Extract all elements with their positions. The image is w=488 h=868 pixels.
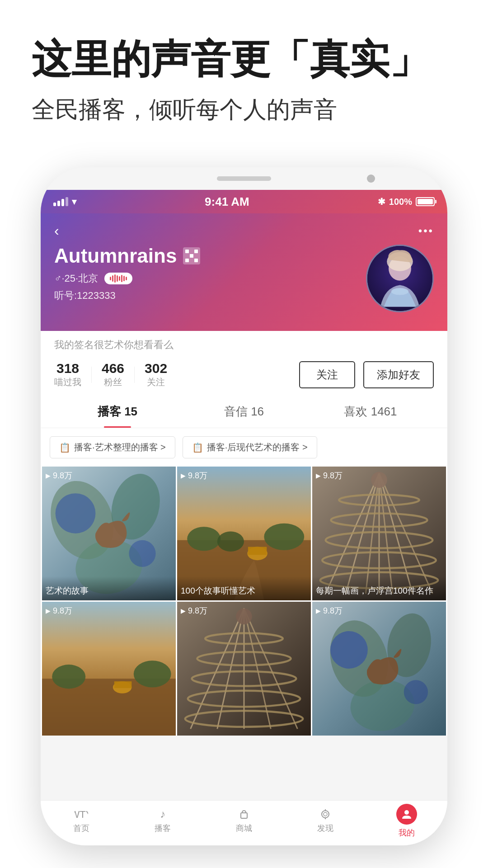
grid-title-1: 艺术的故事 xyxy=(42,576,176,600)
nav-shop[interactable]: 商城 xyxy=(203,808,285,834)
stat-fans: 466 粉丝 xyxy=(102,361,134,388)
grid-item-1[interactable]: ▶ 9.8万 艺术的故事 xyxy=(42,467,176,600)
battery-percentage: 100% xyxy=(389,197,412,207)
svg-rect-36 xyxy=(114,681,131,688)
status-bar: ▾ 9:41 AM ✱ 100% xyxy=(41,190,447,213)
stat-divider-1 xyxy=(91,367,92,383)
home-icon: WTY xyxy=(75,808,88,820)
fans-count: 466 xyxy=(102,361,124,376)
svg-point-14 xyxy=(264,524,304,550)
nav-home-label: 首页 xyxy=(73,823,89,834)
profile-info: Autumnrains xyxy=(54,245,434,312)
grid-title-3: 每期一幅画，卢浮宫100件名作 xyxy=(312,576,446,600)
grid-item-5[interactable]: ▶ 9.8万 xyxy=(177,602,311,736)
play-count-2: ▶ 9.8万 xyxy=(181,470,207,481)
profile-meta: ♂·25·北京 xyxy=(54,272,366,285)
pill-icon-1: 📋 xyxy=(59,442,70,453)
bluetooth-icon: ✱ xyxy=(378,196,385,207)
svg-point-3 xyxy=(391,288,408,295)
svg-text:WTY: WTY xyxy=(75,808,88,820)
qr-code-icon[interactable] xyxy=(183,247,200,264)
svg-point-9 xyxy=(129,540,155,567)
pill-icon-2: 📋 xyxy=(192,442,203,453)
svg-point-62 xyxy=(404,810,409,815)
shop-icon xyxy=(237,808,251,820)
phone-speaker xyxy=(217,176,271,181)
stat-divider-2 xyxy=(134,367,135,383)
status-left: ▾ xyxy=(53,196,76,207)
profile-avatar xyxy=(366,245,434,312)
nav-home[interactable]: WTY 首页 xyxy=(41,808,122,834)
grid-title-2: 100个故事听懂艺术 xyxy=(177,576,311,600)
liked-me-label: 喵过我 xyxy=(54,376,81,388)
svg-point-13 xyxy=(217,532,244,552)
category-row: 📋 播客·艺术整理的播客 > 📋 播客·后现代艺术的播客 > xyxy=(41,428,447,467)
nav-discover-label: 发现 xyxy=(317,823,333,834)
tab-liked[interactable]: 喜欢 1461 xyxy=(307,396,434,428)
battery-icon xyxy=(416,197,435,206)
phone-mockup: ▾ 9:41 AM ✱ 100% ‹ xyxy=(41,167,447,845)
subheadline: 全民播客，倾听每个人的声音 xyxy=(32,94,456,125)
play-count-6: ▶ 9.8万 xyxy=(316,605,343,616)
svg-point-54 xyxy=(404,680,428,704)
tab-podcast[interactable]: 播客 15 xyxy=(54,396,181,428)
svg-point-59 xyxy=(324,812,327,816)
following-label: 关注 xyxy=(145,376,167,388)
pill-label-1: 播客·艺术整理的播客 > xyxy=(74,441,166,453)
bottom-nav: WTY 首页 ♪ 播客 商城 xyxy=(41,800,447,845)
svg-point-53 xyxy=(330,631,368,669)
svg-point-48 xyxy=(236,609,252,625)
category-pill-1[interactable]: 📋 播客·艺术整理的播客 > xyxy=(50,436,175,458)
tab-audio[interactable]: 音信 16 xyxy=(181,396,307,428)
headline: 这里的声音更「真实」 xyxy=(32,36,456,82)
grid-item-2[interactable]: ▶ 9.8万 100个故事听懂艺术 xyxy=(177,467,311,600)
page-background: 这里的声音更「真实」 全民播客，倾听每个人的声音 ▾ xyxy=(0,0,488,868)
pill-label-2: 播客·后现代艺术的播客 > xyxy=(207,441,308,453)
play-count-1: ▶ 9.8万 xyxy=(46,470,72,481)
status-time: 9:41 AM xyxy=(205,195,249,209)
voice-badge[interactable] xyxy=(104,273,132,284)
grid-item-4[interactable]: ▶ 9.8万 xyxy=(42,602,176,736)
back-button[interactable]: ‹ xyxy=(54,222,59,239)
discover-icon xyxy=(319,808,332,820)
profile-text: Autumnrains xyxy=(54,245,366,302)
signature: 我的签名很艺术你想看看么 xyxy=(41,331,447,356)
svg-rect-16 xyxy=(248,547,267,555)
stat-liked-me: 318 喵过我 xyxy=(54,361,91,388)
nav-podcast-label: 播客 xyxy=(155,823,171,834)
nav-shop-label: 商城 xyxy=(236,823,252,834)
phone-content: ‹ ••• Autumnrains xyxy=(41,213,447,800)
play-count-4: ▶ 9.8万 xyxy=(46,605,72,616)
svg-text:♪: ♪ xyxy=(160,808,165,820)
svg-point-33 xyxy=(52,665,85,689)
svg-rect-57 xyxy=(241,813,247,818)
nav-profile-avatar xyxy=(396,804,417,825)
status-right: ✱ 100% xyxy=(378,196,435,207)
grid-item-6[interactable]: ▶ 9.8万 xyxy=(312,602,446,736)
liked-me-count: 318 xyxy=(54,361,81,376)
add-friend-button[interactable]: 添加好友 xyxy=(363,361,434,388)
nav-discover[interactable]: 发现 xyxy=(285,808,366,834)
content-area: 我的签名很艺术你想看看么 318 喵过我 466 粉丝 xyxy=(41,331,447,736)
svg-point-58 xyxy=(322,811,329,818)
grid-item-3[interactable]: ▶ 9.8万 每期一幅画，卢浮宫100件名作 xyxy=(312,467,446,600)
play-count-5: ▶ 9.8万 xyxy=(181,605,207,616)
play-count-3: ▶ 9.8万 xyxy=(316,470,343,481)
voice-waves-icon xyxy=(110,274,127,283)
profile-name-row: Autumnrains xyxy=(54,245,366,267)
profile-nav: ‹ ••• xyxy=(54,222,434,239)
following-count: 302 xyxy=(145,361,167,376)
svg-point-30 xyxy=(371,472,387,488)
svg-point-8 xyxy=(56,493,96,533)
content-grid: ▶ 9.8万 艺术的故事 xyxy=(41,467,447,736)
nav-profile[interactable]: 我的 xyxy=(366,804,447,838)
nav-podcast[interactable]: ♪ 播客 xyxy=(122,808,203,834)
tabs-row: 播客 15 音信 16 喜欢 1461 xyxy=(41,396,447,428)
phone-frame: ▾ 9:41 AM ✱ 100% ‹ xyxy=(41,167,447,845)
follow-button[interactable]: 关注 xyxy=(299,361,355,388)
more-button[interactable]: ••• xyxy=(418,225,434,237)
podcast-icon: ♪ xyxy=(156,808,169,820)
top-text-area: 这里的声音更「真实」 全民播客，倾听每个人的声音 xyxy=(0,0,488,143)
category-pill-2[interactable]: 📋 播客·后现代艺术的播客 > xyxy=(183,436,317,458)
action-buttons: 关注 添加好友 xyxy=(299,361,434,388)
